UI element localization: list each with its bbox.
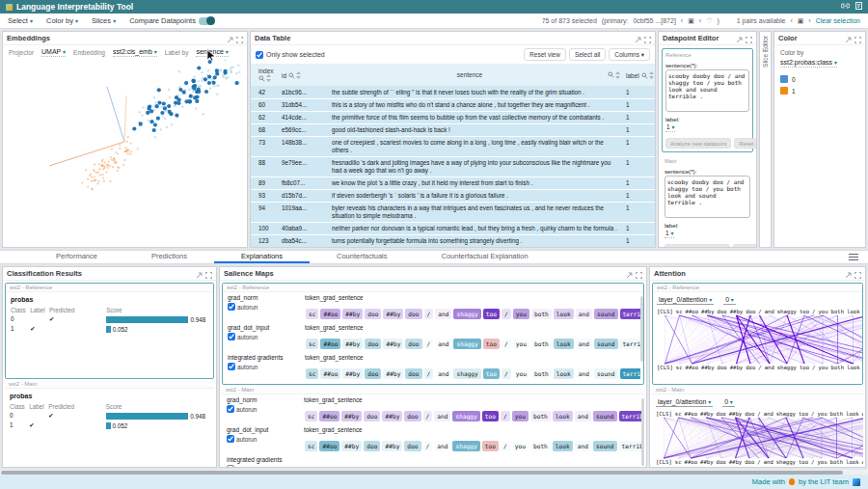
analyze-new-datapoint-button[interactable]: Analyze new datapoint [665, 138, 731, 149]
reset-button[interactable]: Reset [733, 244, 756, 247]
salience-token[interactable]: sc [305, 441, 317, 451]
salience-token[interactable]: look [554, 309, 574, 319]
salience-token[interactable]: and [576, 368, 592, 379]
autorun-checkbox[interactable]: autorun [227, 465, 304, 467]
salience-token[interactable]: sound [594, 339, 618, 349]
toggle-on-icon[interactable] [199, 17, 215, 25]
salience-token[interactable]: and [434, 441, 450, 451]
attention-head-select[interactable]: 0 ▾ [723, 296, 736, 305]
search-icon[interactable] [258, 75, 265, 82]
embedding-select[interactable]: sst2:cls_emb ▾ [113, 48, 157, 57]
salience-token[interactable]: too [483, 309, 500, 319]
salience-token[interactable]: both [531, 368, 552, 379]
salience-token[interactable]: sc [305, 411, 317, 421]
salience-token[interactable]: look [553, 411, 573, 421]
scrollbar-thumb[interactable] [1, 471, 843, 475]
salience-token[interactable]: shaggy [452, 441, 479, 451]
table-row[interactable]: 42a1bc96...the subtle strength of `` ell… [251, 87, 655, 99]
salience-token[interactable]: ##by [382, 411, 402, 421]
salience-token[interactable]: look [554, 368, 574, 379]
table-row[interactable]: 62414cde...the primitive force of this f… [251, 112, 655, 124]
attention-head-select[interactable]: 0 ▾ [722, 398, 735, 407]
salience-token[interactable]: and [575, 441, 591, 451]
salience-token[interactable]: sound [593, 441, 617, 451]
search-icon[interactable] [288, 72, 295, 79]
reset-button[interactable]: Reset [734, 138, 756, 149]
next-pair-button[interactable]: › [808, 17, 810, 24]
salience-token[interactable]: ##by [382, 441, 402, 451]
salience-token[interactable]: too [482, 411, 499, 421]
column-header-index[interactable]: index [251, 66, 282, 84]
columns-button[interactable]: Columns ▾ [609, 48, 650, 61]
salience-token[interactable]: / [502, 309, 511, 319]
sort-icon[interactable] [265, 75, 271, 82]
embedding-scatter-plot[interactable] [3, 60, 247, 245]
only-show-selected-checkbox[interactable]: Only show selected [256, 51, 325, 59]
salience-token[interactable]: / [424, 309, 434, 319]
salience-token[interactable]: / [502, 339, 511, 349]
salience-token[interactable]: ##oo [319, 411, 339, 421]
table-row[interactable]: 93d15b7d...if steven soderbergh 's ` sol… [251, 190, 655, 203]
salience-token[interactable]: terrible [619, 411, 641, 421]
sort-icon[interactable] [614, 71, 620, 79]
autorun-checkbox[interactable]: autorun [228, 363, 305, 370]
salience-token[interactable]: doo [404, 411, 420, 421]
table-row[interactable]: 6031db54...this is a story of two misfit… [251, 99, 655, 112]
salience-token[interactable]: ##oo [319, 441, 339, 451]
autorun-checkbox[interactable]: autorun [228, 303, 305, 311]
tab-explanations[interactable]: Explanations [214, 251, 310, 263]
salience-token[interactable]: shaggy [453, 339, 480, 349]
sort-icon[interactable] [295, 72, 301, 79]
slice-editor-collapsed[interactable]: Slice Editor [759, 31, 772, 248]
table-row[interactable]: 889e79ee...fresnadillo 's dark and jolti… [251, 157, 655, 177]
salience-token[interactable]: doo [405, 339, 421, 349]
column-header-label[interactable]: label [626, 69, 655, 81]
salience-token[interactable]: terrible [620, 339, 640, 349]
salience-token[interactable]: and [434, 411, 450, 421]
pair-icon[interactable]: ▣ [798, 17, 804, 25]
salience-token[interactable]: look [554, 339, 574, 349]
sort-icon[interactable] [648, 72, 654, 79]
salience-token[interactable]: doo [365, 309, 381, 319]
salience-token[interactable]: doo [405, 368, 421, 379]
tab-counterfactuals[interactable]: Counterfactuals [310, 251, 415, 263]
salience-token[interactable]: and [576, 339, 592, 349]
reset-view-button[interactable]: Reset view [524, 48, 566, 61]
salience-token[interactable]: and [435, 309, 451, 319]
attention-layer-select[interactable]: layer_0/attention ▾ [656, 398, 713, 407]
salience-token[interactable]: / [501, 411, 510, 421]
color-by-menu[interactable]: Color by ▾ [46, 16, 78, 25]
salience-token[interactable]: both [531, 339, 552, 349]
salience-token[interactable]: sound [594, 368, 618, 379]
salience-token[interactable]: both [530, 411, 551, 421]
salience-token[interactable]: ##by [341, 411, 362, 421]
salience-token[interactable]: sc [306, 339, 318, 349]
pin-datapoint-icon[interactable]: ▣ [688, 17, 694, 25]
analyze-new-datapoint-button[interactable]: Analyze new datapoint [665, 244, 730, 247]
salience-token[interactable]: and [435, 339, 451, 349]
salience-token[interactable]: / [424, 368, 434, 379]
salience-token[interactable]: ##by [341, 441, 362, 451]
autorun-checkbox[interactable]: autorun [227, 405, 304, 413]
salience-token[interactable]: ##oo [320, 339, 340, 349]
projector-select[interactable]: UMAP ▾ [41, 48, 66, 57]
salience-token[interactable]: and [435, 368, 451, 379]
tab-counterfactual-explanation[interactable]: Counterfactual Explanation [415, 251, 556, 263]
salience-token[interactable]: doo [364, 441, 380, 451]
salience-token[interactable]: sc [306, 368, 318, 379]
salience-token[interactable]: doo [365, 339, 381, 349]
salience-token[interactable]: ##by [342, 309, 363, 319]
label-select[interactable]: 1 ▾ [665, 230, 674, 238]
salience-token[interactable]: ##by [342, 368, 363, 379]
autorun-checkbox[interactable]: autorun [227, 435, 304, 443]
docs-icon[interactable] [855, 2, 862, 12]
salience-token[interactable]: / [501, 441, 510, 451]
salience-token[interactable]: you [513, 309, 529, 319]
select-menu[interactable]: Select ▾ [8, 16, 33, 25]
table-row[interactable]: 123dba54c...turns potentially forgettabl… [251, 235, 655, 247]
label-select[interactable]: 1 ▾ [665, 123, 675, 132]
table-row[interactable]: 73148b38...one of creepiest , scariest m… [251, 137, 655, 157]
color-by-select[interactable]: sst2:probas:class ▾ [780, 59, 837, 68]
sentence-textarea[interactable] [665, 176, 750, 218]
salience-token[interactable]: sc [306, 309, 318, 319]
